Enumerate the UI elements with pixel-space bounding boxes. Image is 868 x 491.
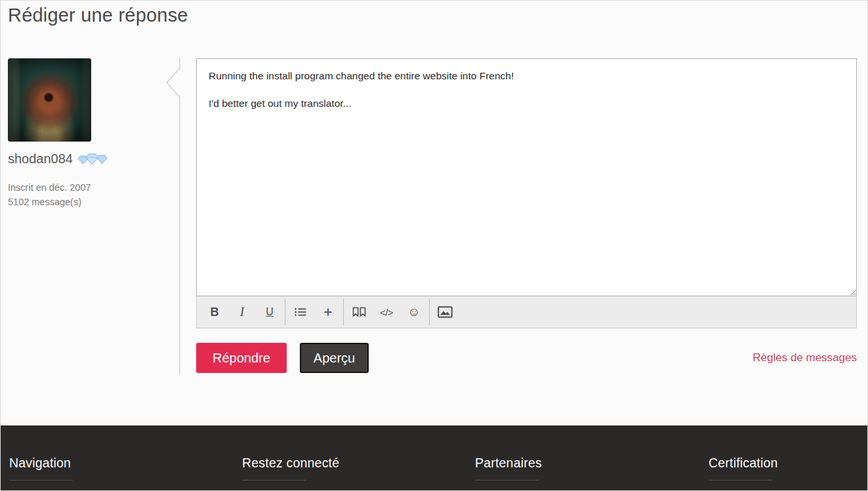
username: shodan084: [8, 151, 73, 167]
code-icon: </>: [380, 307, 393, 318]
action-row: Répondre Aperçu Règles de messages: [196, 343, 857, 373]
bold-button[interactable]: B: [201, 300, 228, 324]
italic-icon: I: [240, 305, 244, 319]
image-button[interactable]: [431, 300, 459, 324]
reply-editor: Running the install program changed the …: [196, 58, 857, 328]
image-icon: [438, 306, 453, 318]
code-button[interactable]: </>: [373, 300, 400, 324]
smiley-icon: ☺: [407, 305, 420, 319]
author-line: shodan084: [8, 151, 109, 167]
diamonds-badge-icon: [77, 152, 109, 167]
avatar: [8, 58, 91, 142]
plus-icon: +: [323, 304, 332, 321]
editor-toolbar: B I U +: [196, 296, 857, 328]
underline-button[interactable]: U: [256, 300, 283, 324]
footer: Navigation Restez connecté Partenaires C…: [1, 425, 867, 490]
message-rules-link[interactable]: Règles de messages: [753, 351, 857, 364]
footer-heading: Certification: [709, 456, 867, 471]
footer-column-stay-connected: Restez connecté: [242, 456, 475, 490]
quote-icon: [352, 307, 366, 317]
list-button[interactable]: [287, 300, 314, 324]
footer-heading-rule: [475, 480, 539, 481]
smiley-button[interactable]: ☺: [400, 300, 428, 324]
footer-heading: Restez connecté: [242, 456, 475, 471]
italic-button[interactable]: I: [228, 300, 256, 324]
footer-heading-rule: [709, 480, 772, 481]
footer-heading: Navigation: [9, 456, 242, 471]
footer-heading-rule: [242, 480, 306, 481]
toolbar-separator: [429, 299, 430, 325]
list-icon: [295, 307, 306, 317]
bubble-pointer-divider: [163, 58, 183, 374]
page-title: Rédiger une réponse: [8, 5, 188, 26]
message-count: 5102 message(s): [8, 197, 81, 207]
registered-date: Inscrit en déc. 2007: [8, 182, 91, 193]
reply-textarea[interactable]: Running the install program changed the …: [196, 58, 857, 296]
toolbar-separator: [343, 299, 344, 325]
compose-reply-page: Rédiger une réponse shodan084 Inscrit en…: [0, 0, 868, 491]
footer-heading-rule: [9, 480, 73, 481]
footer-column-certification: Certification: [709, 456, 867, 490]
reply-button[interactable]: Répondre: [196, 343, 287, 373]
preview-button[interactable]: Aperçu: [300, 343, 369, 373]
underline-icon: U: [266, 306, 274, 318]
bold-icon: B: [211, 305, 219, 319]
insert-button[interactable]: +: [314, 300, 342, 324]
footer-heading: Partenaires: [475, 456, 709, 471]
footer-column-partners: Partenaires: [475, 456, 709, 490]
quote-button[interactable]: [345, 300, 373, 324]
footer-column-navigation: Navigation: [9, 456, 242, 490]
toolbar-separator: [285, 299, 285, 325]
